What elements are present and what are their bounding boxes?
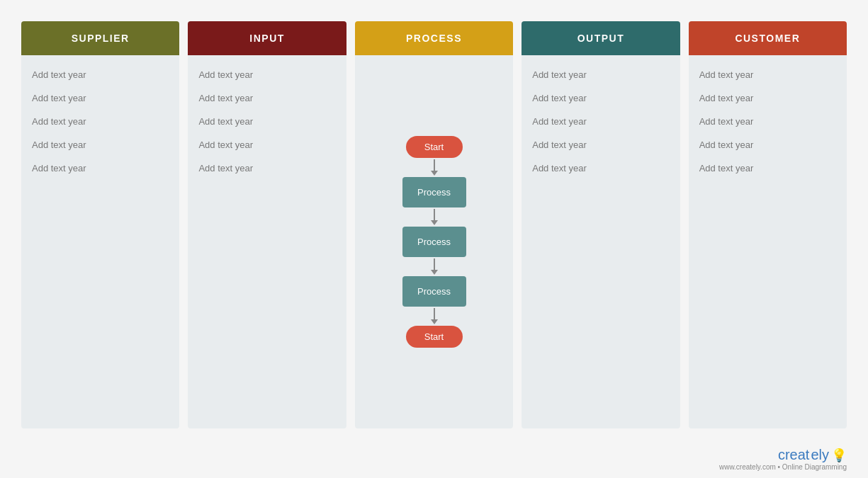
- list-item: Add text year: [699, 116, 836, 127]
- process-header: PROCESS: [355, 21, 513, 55]
- brand-name-ely: ely: [811, 447, 829, 463]
- list-item: Add text year: [532, 116, 669, 127]
- column-supplier: SUPPLIER Add text year Add text year Add…: [21, 21, 179, 428]
- list-item: Add text year: [32, 163, 169, 173]
- arrow-3: [431, 258, 438, 275]
- process-header-label: PROCESS: [406, 33, 462, 44]
- customer-header: CUSTOMER: [689, 21, 847, 55]
- list-item: Add text year: [532, 163, 669, 173]
- flowchart-process-2: Process: [402, 227, 466, 257]
- arrow-4: [431, 308, 438, 324]
- columns-container: SUPPLIER Add text year Add text year Add…: [21, 21, 847, 428]
- brand-name-create: creat: [778, 447, 809, 463]
- list-item: Add text year: [32, 93, 169, 103]
- list-item: Add text year: [699, 69, 836, 80]
- brand-container: creat ely 💡 www.creately.com • Online Di…: [719, 447, 847, 471]
- flowchart: Start Process Process: [402, 136, 466, 348]
- column-process: PROCESS Start Process: [355, 21, 513, 428]
- output-header-label: OUTPUT: [577, 33, 625, 44]
- arrow-line: [434, 209, 435, 220]
- arrow-line: [434, 308, 435, 319]
- arrow-head: [431, 319, 438, 324]
- column-output: OUTPUT Add text year Add text year Add t…: [522, 21, 680, 428]
- brand-logo: creat ely 💡: [778, 447, 847, 463]
- process-body: Start Process Process: [355, 55, 513, 428]
- output-header: OUTPUT: [522, 21, 680, 55]
- list-item: Add text year: [198, 140, 335, 150]
- list-item: Add text year: [699, 93, 836, 103]
- supplier-header-label: SUPPLIER: [72, 33, 130, 44]
- flowchart-process-1: Process: [402, 177, 466, 207]
- list-item: Add text year: [699, 140, 836, 150]
- customer-header-label: CUSTOMER: [735, 33, 800, 44]
- arrow-1: [431, 159, 438, 176]
- supplier-header: SUPPLIER: [21, 21, 179, 55]
- arrow-2: [431, 209, 438, 225]
- arrow-line: [434, 258, 435, 270]
- list-item: Add text year: [32, 69, 169, 80]
- list-item: Add text year: [532, 140, 669, 150]
- list-item: Add text year: [198, 69, 335, 80]
- arrow-head: [431, 171, 438, 176]
- list-item: Add text year: [699, 163, 836, 173]
- input-body: Add text year Add text year Add text yea…: [188, 55, 346, 428]
- flowchart-end: Start: [406, 326, 463, 348]
- output-body: Add text year Add text year Add text yea…: [522, 55, 680, 428]
- column-input: INPUT Add text year Add text year Add te…: [188, 21, 346, 428]
- flowchart-start: Start: [406, 136, 463, 158]
- list-item: Add text year: [532, 69, 669, 80]
- customer-body: Add text year Add text year Add text yea…: [689, 55, 847, 428]
- list-item: Add text year: [198, 163, 335, 173]
- bulb-icon: 💡: [831, 448, 847, 463]
- input-header: INPUT: [188, 21, 346, 55]
- flowchart-process-3: Process: [402, 276, 466, 307]
- column-customer: CUSTOMER Add text year Add text year Add…: [689, 21, 847, 428]
- list-item: Add text year: [198, 116, 335, 127]
- list-item: Add text year: [198, 93, 335, 103]
- list-item: Add text year: [532, 93, 669, 103]
- footer: creat ely 💡 www.creately.com • Online Di…: [0, 443, 868, 478]
- list-item: Add text year: [32, 140, 169, 150]
- arrow-head: [431, 220, 438, 225]
- arrow-head: [431, 270, 438, 275]
- arrow-line: [434, 159, 435, 171]
- brand-sub: www.creately.com • Online Diagramming: [719, 463, 847, 471]
- list-item: Add text year: [32, 116, 169, 127]
- input-header-label: INPUT: [249, 33, 285, 44]
- supplier-body: Add text year Add text year Add text yea…: [21, 55, 179, 428]
- main-container: SUPPLIER Add text year Add text year Add…: [0, 0, 868, 443]
